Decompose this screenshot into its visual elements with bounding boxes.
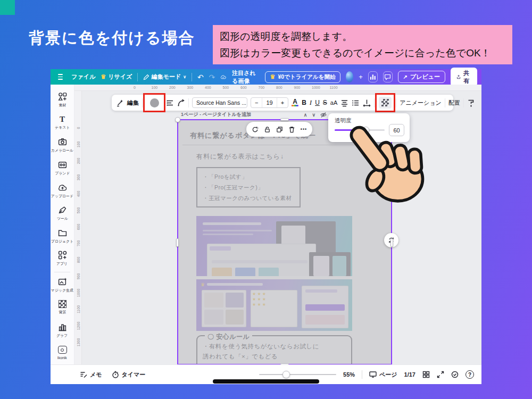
text-color-button[interactable]: A	[292, 99, 298, 106]
share-upload-icon	[456, 73, 461, 80]
sidebar: 素材 T テキスト カメラロール ブランド アップロード ツール プロジェクト	[51, 85, 74, 364]
font-size-increase[interactable]: +	[277, 98, 288, 107]
edit-image-button[interactable]	[116, 99, 124, 107]
font-family-select[interactable]: Source Han Sans ...	[192, 97, 247, 108]
hide-page-icon[interactable]	[320, 112, 327, 118]
page-title-label[interactable]: 1ページ - ページタイトルを追加	[181, 111, 251, 118]
font-size-decrease[interactable]: −	[251, 98, 262, 107]
rotate-icon[interactable]	[252, 126, 259, 133]
resize-handle-top-left[interactable]	[175, 117, 180, 122]
expand-arrow-icon: ↗	[403, 74, 408, 80]
font-size-value[interactable]: 19	[262, 98, 277, 107]
sidebar-item-elements[interactable]: 素材	[51, 89, 74, 112]
menu-file[interactable]: ファイル	[71, 73, 95, 81]
spacing-button[interactable]	[363, 99, 371, 107]
alignment-button[interactable]	[340, 99, 348, 107]
animation-button[interactable]: アニメーション	[400, 99, 442, 107]
note-line-1: 図形の透明度を調整します。	[220, 28, 505, 45]
lock-icon[interactable]	[264, 126, 271, 133]
camera-icon	[58, 137, 67, 146]
sidebar-item-camera-roll[interactable]: カメラロール	[51, 134, 74, 157]
edit-label[interactable]: 編集	[127, 99, 139, 107]
pencil-icon	[143, 74, 149, 80]
shape-color-swatch[interactable]	[150, 98, 159, 107]
featured-image-label: 注目される画像	[232, 69, 259, 85]
redo-button[interactable]: ↷	[209, 73, 215, 81]
paint-roller-icon	[467, 99, 475, 107]
share-button[interactable]: 共有	[451, 68, 477, 87]
transparency-button[interactable]	[379, 97, 392, 109]
edit-mode-button[interactable]: 編集モード∨	[143, 73, 186, 81]
help-icon[interactable]: ?	[466, 370, 474, 379]
duplicate-icon[interactable]	[276, 126, 283, 133]
cloud-saved-icon	[220, 73, 227, 80]
menu-resize[interactable]: ♛リサイズ	[101, 73, 132, 81]
ikonik-camera-icon	[58, 346, 67, 354]
sidebar-item-uploads[interactable]: アップロード	[51, 179, 74, 202]
annotation-box-color	[143, 93, 165, 112]
ruler-vertical: 0100200300400500600700800900100011001200…	[74, 91, 82, 364]
zoom-slider[interactable]	[259, 374, 336, 375]
zoom-value[interactable]: 55%	[343, 371, 355, 378]
timer-icon	[112, 371, 119, 378]
avatar[interactable]	[346, 71, 353, 82]
strikethrough-button[interactable]: S	[323, 99, 327, 106]
zoom-slider-thumb[interactable]	[282, 371, 290, 378]
text-case-button[interactable]: aA	[330, 99, 337, 106]
sidebar-item-charts[interactable]: グラフ	[51, 319, 74, 342]
sidebar-item-text[interactable]: T テキスト	[51, 112, 74, 135]
preview-button[interactable]: ↗プレビュー	[398, 71, 445, 83]
chevron-down-icon: ∨	[183, 74, 186, 79]
page-indicator[interactable]: 1/17	[404, 371, 415, 378]
add-member-icon[interactable]: +	[359, 73, 363, 81]
sidebar-item-background[interactable]: 背景	[51, 296, 74, 319]
page-view-button[interactable]: ページ	[369, 371, 397, 379]
undo-button[interactable]: ↶	[197, 73, 204, 81]
apps-grid-icon	[58, 251, 67, 260]
insights-button[interactable]	[368, 71, 378, 82]
sidebar-item-projects[interactable]: プロジェクト	[51, 225, 74, 247]
copy-style-button[interactable]	[467, 99, 475, 107]
background-checker-icon	[59, 300, 66, 308]
text-icon: T	[60, 115, 65, 123]
note-line-2: 図形はカラー変更もできるのでイメージに合った色でOK！	[220, 45, 505, 61]
crown-icon: ♛	[270, 73, 276, 80]
trash-icon[interactable]	[288, 126, 295, 133]
status-check-button[interactable]	[451, 371, 459, 378]
fullscreen-button[interactable]	[437, 371, 444, 378]
instruction-note: 図形の透明度を調整します。 図形はカラー変更もできるのでイメージに合った色でOK…	[213, 25, 512, 64]
sidebar-item-apps[interactable]: アプリ	[51, 247, 74, 270]
grid-icon	[422, 371, 430, 378]
canvas-area: 1ページ - ページタイトルを追加 ∧ ∨ 有料に繋がるボタンは「Pro」で統一…	[82, 91, 481, 364]
check-circle-icon	[451, 371, 459, 378]
arrange-button[interactable]: 配置	[448, 99, 460, 107]
resize-handle-top[interactable]	[280, 118, 289, 121]
italic-button[interactable]: I	[310, 98, 312, 107]
menu-icon[interactable]	[58, 74, 63, 80]
list-button[interactable]	[352, 99, 360, 107]
timer-button[interactable]: タイマー	[112, 371, 146, 379]
sidebar-item-brand[interactable]: ブランド	[51, 157, 74, 180]
expand-icon	[437, 371, 444, 378]
collapse-up-icon[interactable]: ∧	[304, 112, 307, 118]
trial-button[interactable]: ♛¥0でトライアルを開始	[265, 71, 341, 83]
more-options-icon[interactable]: •••	[301, 127, 307, 132]
notes-button[interactable]: メモ	[80, 371, 102, 379]
chart-icon	[370, 74, 376, 80]
folder-icon	[58, 228, 67, 237]
sidebar-item-ikonik[interactable]: Ikonik	[51, 342, 74, 364]
sidebar-item-tools[interactable]: ツール	[51, 202, 74, 225]
resize-handle-bottom[interactable]	[280, 363, 289, 364]
rainbow-bar	[292, 105, 298, 106]
grid-view-button[interactable]	[422, 371, 430, 378]
sidebar-item-magic-generate[interactable]: マジック生成	[51, 274, 74, 297]
curve-text-icon[interactable]	[177, 99, 185, 107]
resize-handle-left[interactable]	[176, 238, 179, 247]
underline-button[interactable]: U	[315, 99, 320, 106]
collapse-down-icon[interactable]: ∨	[312, 112, 315, 118]
edit-toolbar: 編集 Source Han Sans ... − 19 + A B I U S …	[112, 95, 453, 111]
resize-handle-right[interactable]	[390, 238, 393, 247]
position-lines-icon[interactable]	[166, 99, 174, 107]
comments-button[interactable]	[383, 71, 393, 82]
bold-button[interactable]: B	[302, 99, 306, 106]
